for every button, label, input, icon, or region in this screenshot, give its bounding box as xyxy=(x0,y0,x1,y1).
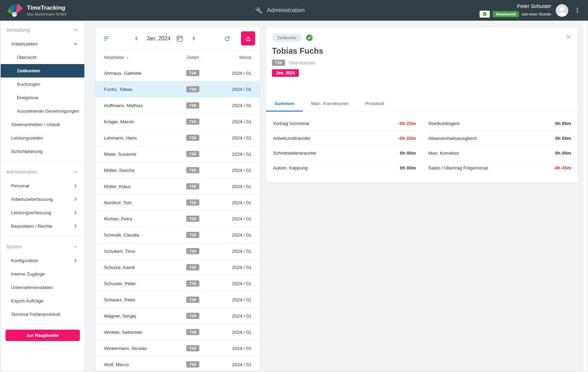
zeitart-cell: 710 xyxy=(172,280,213,287)
sidebar-item-personal[interactable]: Personal xyxy=(1,179,84,193)
table-row[interactable]: Wagner, Sergej7102024 / 01 xyxy=(95,308,260,324)
zeitart-badge: 710 xyxy=(186,151,199,157)
zeitart-badge: 710 xyxy=(186,118,199,125)
table-row[interactable]: Fuchs, Tobias7102024 / 01 xyxy=(95,81,260,97)
table-row[interactable]: Krüger, Marvin7102024 / 01 xyxy=(95,114,260,130)
summary-label: Man. Korrektur xyxy=(428,151,459,156)
sidebar-item-ausstehende-genehmigungen[interactable]: Ausstehende Genehmigungen xyxy=(1,104,84,118)
table-row[interactable]: Lehmann, Hans7102024 / 01 xyxy=(95,130,260,146)
user-block: Peter Schuster Anwesend seit einer Stund… xyxy=(480,3,551,18)
sidebar-item-label: Basisdaten / Rechte xyxy=(11,224,52,229)
zeitart-cell: 710 xyxy=(172,248,213,254)
home-page-button[interactable]: zur Hauptseite xyxy=(6,330,80,341)
table-row[interactable]: Hoffmann, Mathias7102024 / 01 xyxy=(95,97,260,114)
column-header-mitarbeiter[interactable]: Mitarbeiter ↑ xyxy=(104,55,172,60)
sidebar-item-label: Export-Aufträge xyxy=(11,298,43,303)
sidebar-item-basisdaten-rechte[interactable]: Basisdaten / Rechte xyxy=(1,219,84,233)
summary-row: Schnittstellentransfer0h 00m xyxy=(273,146,416,161)
sidebar-item-übersicht[interactable]: Übersicht xyxy=(1,51,84,64)
table-row[interactable]: Müller, Klaus7102024 / 01 xyxy=(95,178,260,195)
sidebar-item-export-aufträge[interactable]: Export-Aufträge xyxy=(1,294,84,308)
summary-value: 0h 00m xyxy=(555,136,571,141)
sidebar-item-buchungen[interactable]: Buchungen xyxy=(1,78,84,91)
table-row[interactable]: Schulze, Kamil7102024 / 01 xyxy=(95,259,260,276)
zeitkonto-detail-panel: Zeitkonto Tobias Fuchs 710 Überstunden J… xyxy=(266,27,578,183)
sidebar-item-terminal-fehlerprotokoll[interactable]: Terminal Fehlerprotokoll xyxy=(1,308,84,321)
filter-icon xyxy=(103,35,110,42)
company-name: Max Mustermann GmbH xyxy=(27,12,66,16)
overflow-menu-button[interactable] xyxy=(573,3,582,17)
presence-row: Anwesend seit einer Stunde xyxy=(480,11,551,18)
month-cell: 2024 / 01 xyxy=(213,281,251,286)
sidebar-item-label: System xyxy=(6,244,22,249)
app-title-block: TimeTracking Max Mustermann GmbH xyxy=(27,4,66,16)
close-panel-button[interactable] xyxy=(562,31,575,43)
summary-row: Man. Korrektur0h 00m xyxy=(428,146,571,161)
table-row[interactable]: Schwarz, Peter7102024 / 01 xyxy=(95,292,260,308)
chevron-right-icon xyxy=(73,210,78,215)
zeitart-cell: 710 xyxy=(172,102,213,108)
employee-name: Schwarz, Peter xyxy=(104,297,172,302)
table-row[interactable]: Maier, Susanne7102024 / 01 xyxy=(95,146,260,162)
sidebar-item-konfiguration[interactable]: Konfiguration xyxy=(1,254,84,267)
sidebar-item-arbeitszeiten[interactable]: Arbeitszeiten xyxy=(1,37,84,51)
refresh-button[interactable] xyxy=(221,32,234,45)
sidebar-item-arbeitszeiterfassung[interactable]: Arbeitszeiterfassung xyxy=(1,193,84,206)
table-row[interactable]: Wintermann, Nicolas7102024 / 01 xyxy=(95,340,260,356)
month-label[interactable]: Jan. 2024 xyxy=(146,35,170,42)
table-row[interactable]: Nordhof, Tom7102024 / 01 xyxy=(95,195,260,211)
summary-value: 0h 00m xyxy=(555,121,571,126)
sidebar-item-interne-zugänge[interactable]: Interne Zugänge xyxy=(1,267,84,281)
filter-button[interactable] xyxy=(100,32,113,45)
summary-label: Startkontingent xyxy=(428,121,460,126)
sidebar-item-schichtplanung[interactable]: Schichtplanung xyxy=(1,145,84,158)
employee-name: Richter, Petra xyxy=(104,216,172,221)
sidebar-section-administration[interactable]: Administration xyxy=(1,165,84,179)
next-month-button[interactable] xyxy=(187,32,200,45)
chevron-right-icon xyxy=(73,258,78,263)
chevron-down-icon xyxy=(73,169,78,175)
employee-name: Wintermann, Nicolas xyxy=(104,346,172,351)
table-row[interactable]: Wolf, Marco7102024 / 01 xyxy=(95,356,260,371)
previous-month-button[interactable] xyxy=(130,32,143,45)
sidebar-item-ereignisse[interactable]: Ereignisse xyxy=(1,91,84,104)
summary-value: -0h 45m xyxy=(554,165,571,170)
sidebar-item-label: Ereignisse xyxy=(17,95,39,100)
sidebar-item-zeitkonten[interactable]: Zeitkonten xyxy=(1,64,84,78)
sidebar-item-unternehmensdaten[interactable]: Unternehmensdaten xyxy=(1,281,84,294)
tab-man-korrekturen[interactable]: Man. Korrekturen xyxy=(303,96,357,112)
table-row[interactable]: Schuster, Peter7102024 / 01 xyxy=(95,276,260,292)
tab-summen[interactable]: Summen xyxy=(266,96,303,112)
wrench-icon xyxy=(255,7,263,14)
zeitart-cell: 710 xyxy=(172,151,213,157)
detail-chip-row: Zeitkonto xyxy=(272,33,578,42)
employee-name: Lehmann, Hans xyxy=(104,135,172,141)
sidebar-item-leistungserfassung[interactable]: Leistungserfassung xyxy=(1,206,84,219)
chevron-right-icon xyxy=(73,224,78,229)
vertical-scrollbar[interactable] xyxy=(583,21,587,371)
table-row[interactable]: Schmidt, Claudia7102024 / 01 xyxy=(95,227,260,243)
month-cell: 2024 / 01 xyxy=(213,103,251,108)
table-row[interactable]: Ahrhaus, Gabriele7102024 / 01 xyxy=(95,65,260,81)
sidebar-item-label: Zeitkonten xyxy=(17,68,40,73)
summary-row: Abwesenheitsausgleich0h 00m xyxy=(428,131,571,146)
employee-name: Müller, Klaus xyxy=(104,184,172,189)
download-button[interactable] xyxy=(241,31,255,45)
tab-protokoll[interactable]: Protokoll xyxy=(357,96,392,112)
table-row[interactable]: Möller, Sascha7102024 / 01 xyxy=(95,162,260,178)
table-row[interactable]: Winkler, Sebastian7102024 / 01 xyxy=(95,324,260,340)
employee-list-panel: Jan. 2024 xyxy=(95,27,260,371)
calendar-picker-button[interactable] xyxy=(174,33,186,44)
sidebar-section-system[interactable]: System xyxy=(1,239,84,254)
table-row[interactable]: Schubert, Timo7102024 / 01 xyxy=(95,243,260,259)
page-title: Administration xyxy=(267,7,305,14)
calendar-icon xyxy=(176,35,183,42)
avatar[interactable] xyxy=(556,4,568,17)
table-row[interactable]: Richter, Petra7102024 / 01 xyxy=(95,211,260,227)
sidebar-item-leistungszeiten[interactable]: Leistungszeiten xyxy=(1,131,84,145)
zeitart-badge: 710 xyxy=(186,248,199,254)
summary-col-left: Vortrag Vormonat-0h 23mArbeitszeittransf… xyxy=(273,116,416,175)
employee-name: Ahrhaus, Gabriele xyxy=(104,71,172,76)
sidebar-item-abwesenheiten-urlaub[interactable]: Abwesenheiten / Urlaub xyxy=(1,118,84,131)
sidebar-section-verwaltung[interactable]: Verwaltung xyxy=(1,23,84,37)
